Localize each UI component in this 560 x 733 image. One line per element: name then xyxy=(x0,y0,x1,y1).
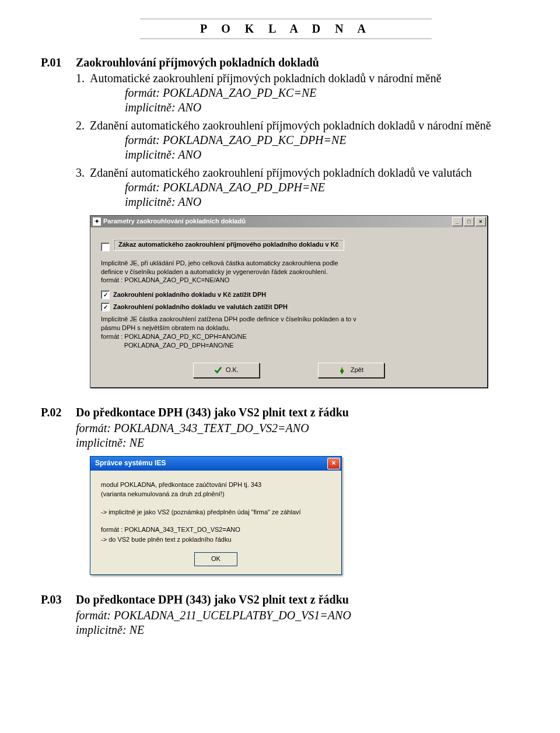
section-default: implicitně: NE xyxy=(76,623,531,637)
msg-para: -> implicitně je jako VS2 (poznámka) pře… xyxy=(101,507,331,517)
section-default: implicitně: NE xyxy=(76,436,531,450)
msg-para: modul POKLADNA, předkontace zaúčtování D… xyxy=(101,480,331,499)
button-label: Zpět xyxy=(351,366,363,374)
help-line: pásmu DPH s největším obratem na dokladu… xyxy=(101,324,479,332)
msg-line: (varianta nekumulovaná za druh zd.plnění… xyxy=(101,490,225,497)
help-line: Implicitně JE částka zaokrouhlení zatíže… xyxy=(101,315,479,324)
li-default: implicitně: ANO xyxy=(125,195,531,209)
section-num: P.01 xyxy=(41,55,76,70)
person-back-icon xyxy=(339,366,347,374)
dialog-body: modul POKLADNA, předkontace zaúčtování D… xyxy=(90,471,341,575)
li-format: formát: POKLADNA_ZAO_PD_KC=NE xyxy=(125,86,531,100)
minimize-button[interactable]: _ xyxy=(452,217,463,226)
option-dph-valuty[interactable]: ✓ Zaokrouhlení pokladního dokladu ve val… xyxy=(101,303,479,311)
help-line: POKLADNA_ZAO_PD_DPH=ANO/NE xyxy=(101,341,479,350)
back-button[interactable]: Zpět xyxy=(318,363,384,378)
li-text: Automatické zaokrouhlení příjmových pokl… xyxy=(90,71,442,86)
help-line: formát : POKLADNA_ZAO_PD_KC_DPH=ANO/NE xyxy=(101,332,479,341)
msg-line: -> do VS2 bude plněn text z pokladního ř… xyxy=(101,536,232,543)
li-text: Zdanění automatického zaokrouhlení příjm… xyxy=(90,118,491,133)
msg-line: formát : POKLADNA_343_TEXT_DO_VS2=ANO xyxy=(101,526,240,533)
app-icon: ✦ xyxy=(93,218,101,226)
msg-para: formát : POKLADNA_343_TEXT_DO_VS2=ANO ->… xyxy=(101,525,331,544)
section-p03: P.03 Do předkontace DPH (343) jako VS2 p… xyxy=(41,592,531,637)
list-item: 3. Zdanění automatického zaokrouhlení př… xyxy=(76,166,531,209)
help-line: formát : POKLADNA_ZAO_PD_KC=NE/ANO xyxy=(101,276,479,285)
help-text-2: Implicitně JE částka zaokrouhlení zatíže… xyxy=(101,315,479,349)
button-bar: O.K. Zpět xyxy=(99,363,479,378)
li-text: Zdanění automatického zaokrouhlení příjm… xyxy=(90,166,472,180)
msg-line: -> implicitně je jako VS2 (poznámka) pře… xyxy=(101,508,301,515)
checkbox-icon[interactable]: ✓ xyxy=(101,303,110,311)
dialog-parameters: ✦ Parametry zaokrouhlování pokladních do… xyxy=(90,215,488,388)
checkbox-label: Zaokrouhlení pokladního dokladu ve valut… xyxy=(113,303,288,311)
close-button[interactable]: × xyxy=(475,217,486,226)
section-title: Do předkontace DPH (343) jako VS2 plnit … xyxy=(76,405,349,420)
help-line: definice v číselníku pokladen a automati… xyxy=(101,268,479,276)
dialog-msgbox: Správce systému IES × modul POKLADNA, př… xyxy=(90,456,342,576)
section-title: Zaokrouhlování příjmových pokladních dok… xyxy=(76,55,319,70)
window-title: Správce systému IES xyxy=(95,459,166,468)
section-p02: P.02 Do předkontace DPH (343) jako VS2 p… xyxy=(41,405,531,576)
page-title: P O K L A D N A xyxy=(140,20,432,37)
li-default: implicitně: ANO xyxy=(125,100,531,115)
titlebar[interactable]: ✦ Parametry zaokrouhlování pokladních do… xyxy=(90,216,487,227)
numbered-list: 1. Automatické zaokrouhlení příjmových p… xyxy=(76,71,531,209)
option-zakaz[interactable]: Zákaz automatického zaokrouhlení příjmov… xyxy=(101,239,479,255)
maximize-button[interactable]: □ xyxy=(464,217,474,226)
group-label: Zákaz automatického zaokrouhlení příjmov… xyxy=(113,239,344,251)
section-num: P.02 xyxy=(41,405,76,420)
document-page: P O K L A D N A P.01 Zaokrouhlování příj… xyxy=(0,0,560,676)
section-heading: P.02 Do předkontace DPH (343) jako VS2 p… xyxy=(41,405,531,420)
li-format: formát: POKLADNA_ZAO_PD_KC_DPH=NE xyxy=(125,133,531,148)
section-p01: P.01 Zaokrouhlování příjmových pokladníc… xyxy=(41,55,531,388)
checkbox-icon[interactable]: ✓ xyxy=(101,290,110,299)
window-title: Parametry zaokrouhlování pokladních dokl… xyxy=(103,218,246,226)
msg-line: modul POKLADNA, předkontace zaúčtování D… xyxy=(101,481,261,488)
section-num: P.03 xyxy=(41,592,76,607)
section-format: formát: POKLADNA_211_UCELPLATBY_DO_VS1=A… xyxy=(76,608,531,623)
checkbox-label: Zaokrouhlení pokladního dokladu v Kč zat… xyxy=(113,291,266,299)
section-title: Do předkontace DPH (343) jako VS2 plnit … xyxy=(76,592,349,607)
button-label: O.K. xyxy=(226,366,239,374)
list-item: 1. Automatické zaokrouhlení příjmových p… xyxy=(76,71,531,115)
help-line: Implicitně JE, při ukládání PD, jeho cel… xyxy=(101,259,479,268)
section-format: formát: POKLADNA_343_TEXT_DO_VS2=ANO xyxy=(76,421,531,436)
close-button[interactable]: × xyxy=(327,458,340,469)
check-icon xyxy=(214,366,222,374)
section-heading: P.01 Zaokrouhlování příjmových pokladníc… xyxy=(41,55,531,70)
title-rule-bottom xyxy=(140,38,432,39)
svg-point-0 xyxy=(341,367,343,369)
li-num: 1. xyxy=(76,71,90,86)
li-num: 3. xyxy=(76,166,90,180)
dialog-body: Zákaz automatického zaokrouhlení příjmov… xyxy=(90,227,487,387)
help-text-1: Implicitně JE, při ukládání PD, jeho cel… xyxy=(101,259,479,285)
ok-button[interactable]: OK xyxy=(194,552,237,566)
li-default: implicitně: ANO xyxy=(125,148,531,162)
option-dph-kc[interactable]: ✓ Zaokrouhlení pokladního dokladu v Kč z… xyxy=(101,290,479,299)
list-item: 2. Zdanění automatického zaokrouhlení př… xyxy=(76,118,531,162)
titlebar[interactable]: Správce systému IES × xyxy=(90,457,341,471)
ok-button[interactable]: O.K. xyxy=(193,363,260,378)
page-title-block: P O K L A D N A xyxy=(140,19,432,39)
section-heading: P.03 Do předkontace DPH (343) jako VS2 p… xyxy=(41,592,531,607)
li-num: 2. xyxy=(76,118,90,133)
li-format: formát: POKLADNA_ZAO_PD_DPH=NE xyxy=(125,180,531,195)
title-rule-top xyxy=(140,19,432,19)
checkbox-icon[interactable] xyxy=(101,243,110,251)
